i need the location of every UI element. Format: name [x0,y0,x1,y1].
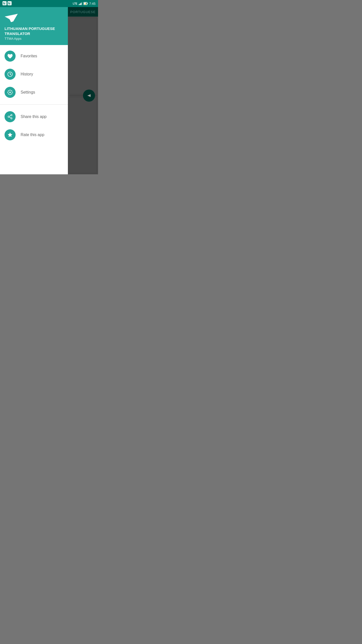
heart-icon [7,54,13,59]
settings-label: Settings [21,90,35,95]
signal-icon [79,2,82,5]
history-label: History [21,72,33,76]
settings-icon-circle [5,87,16,98]
developer-name: TTMA Apps [5,37,63,41]
clock-icon [7,71,13,77]
main-content-panel: PORTUGUESE [68,7,98,174]
svg-point-16 [11,114,12,116]
svg-rect-5 [80,4,80,5]
lte-indicator: LTE [73,2,77,5]
status-bar: N N LTE ⚡ 7:45 [0,0,98,7]
svg-rect-7 [82,2,82,5]
navigation-drawer: LITHUANIAN PORTUGUESE TRANSLATOR TTMA Ap… [0,7,68,174]
rate-icon-circle [5,129,16,140]
favorites-icon-circle [5,51,16,62]
app-name: LITHUANIAN PORTUGUESE TRANSLATOR [5,26,63,36]
paper-plane-icon [5,12,18,22]
notification-icon-2: N [8,1,12,6]
menu-item-rate[interactable]: Rate this app [0,126,68,144]
menu-item-favorites[interactable]: Favorites [0,47,68,65]
favorites-label: Favorites [21,54,37,58]
primary-menu-section: Favorites History [0,45,68,103]
gear-icon [7,90,13,95]
menu-item-settings[interactable]: Settings [0,83,68,101]
svg-text:N: N [8,2,10,5]
history-icon-circle [5,69,16,80]
app-container: LITHUANIAN PORTUGUESE TRANSLATOR TTMA Ap… [0,7,98,174]
drawer-menu: Favorites History [0,45,68,174]
menu-item-share[interactable]: Share this app [0,108,68,126]
share-icon-circle [5,111,16,122]
svg-rect-10 [87,3,88,4]
battery-icon: ⚡ [83,2,88,5]
svg-line-19 [9,117,11,118]
svg-rect-4 [79,4,79,5]
app-logo [5,12,63,23]
svg-line-20 [9,115,11,116]
notification-icon-1: N [3,1,7,6]
svg-text:N: N [3,2,5,5]
clock: 7:45 [89,2,96,6]
svg-rect-6 [81,3,81,5]
menu-divider [0,104,68,105]
svg-point-18 [11,118,12,119]
share-icon [7,114,13,119]
rate-label: Rate this app [21,133,44,137]
star-icon [7,132,13,138]
menu-item-history[interactable]: History [0,65,68,83]
svg-point-17 [8,116,10,117]
drawer-header: LITHUANIAN PORTUGUESE TRANSLATOR TTMA Ap… [0,7,68,45]
share-label: Share this app [21,114,47,119]
secondary-menu-section: Share this app Rate this app [0,106,68,146]
drawer-scrim[interactable] [68,7,98,174]
notification-icons: N N [3,1,12,6]
status-indicators: LTE ⚡ 7:45 [73,2,96,6]
svg-text:⚡: ⚡ [84,3,87,5]
